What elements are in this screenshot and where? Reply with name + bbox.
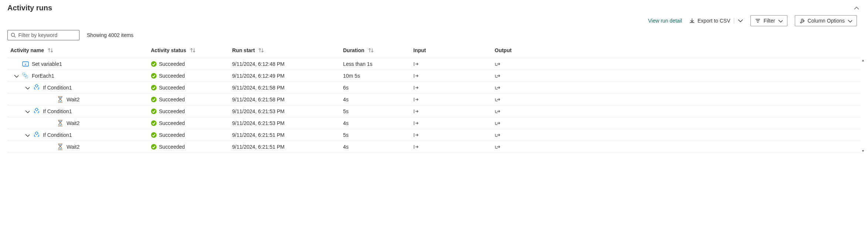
duration: 6s (343, 83, 413, 92)
status-cell: Succeeded (151, 142, 232, 151)
filter-icon (755, 18, 760, 23)
table-row[interactable]: If Condition1Succeeded9/11/2024, 6:21:51… (7, 129, 861, 141)
activity-name: ForEach1 (32, 73, 54, 79)
export-label: Export to CSV (698, 18, 730, 24)
input-icon[interactable] (413, 108, 419, 114)
table-row[interactable]: Set variable1Succeeded9/11/2024, 6:12:48… (7, 58, 861, 70)
expand-toggle[interactable] (24, 133, 30, 137)
input-icon[interactable] (413, 97, 419, 102)
activity-name: Wait2 (67, 144, 79, 150)
status-cell: Succeeded (151, 71, 232, 80)
status-label: Succeeded (159, 85, 185, 91)
chevron-down-icon (738, 18, 743, 23)
if-icon (33, 108, 40, 115)
output-icon[interactable] (495, 85, 501, 91)
filter-button[interactable]: Filter (750, 15, 787, 26)
output-icon[interactable] (495, 61, 501, 67)
status-cell: Succeeded (151, 119, 232, 128)
success-icon (151, 120, 157, 126)
output-icon[interactable] (495, 73, 501, 79)
download-icon (689, 18, 695, 23)
table-row[interactable]: If Condition1Succeeded9/11/2024, 6:21:58… (7, 82, 861, 94)
duration: 4s (343, 142, 413, 151)
collapse-panel-button[interactable] (852, 4, 861, 12)
col-output[interactable]: Output (495, 47, 576, 53)
run-start: 9/11/2024, 6:21:53 PM (232, 107, 343, 116)
search-box[interactable] (7, 30, 79, 40)
input-icon[interactable] (413, 61, 419, 67)
col-duration[interactable]: Duration (343, 47, 413, 53)
status-label: Succeeded (159, 61, 185, 67)
activity-name: Wait2 (67, 97, 79, 102)
duration: 5s (343, 131, 413, 139)
sort-icon (190, 48, 196, 53)
input-icon[interactable] (413, 73, 419, 79)
status-label: Succeeded (159, 97, 185, 102)
run-start: 9/11/2024, 6:12:48 PM (232, 60, 343, 68)
success-icon (151, 73, 157, 79)
chevron-down-icon (25, 85, 30, 90)
table-row[interactable]: ForEach1Succeeded9/11/2024, 6:12:49 PM10… (7, 70, 861, 82)
output-icon[interactable] (495, 97, 501, 102)
table-row[interactable]: Wait2Succeeded9/11/2024, 6:21:53 PM4s (7, 117, 861, 129)
foreach-icon (22, 72, 29, 79)
status-cell: Succeeded (151, 107, 232, 116)
status-label: Succeeded (159, 108, 185, 114)
column-options-label: Column Options (808, 18, 845, 24)
output-icon[interactable] (495, 108, 501, 114)
search-icon (11, 33, 16, 38)
activity-name: If Condition1 (43, 132, 72, 138)
success-icon (151, 97, 157, 102)
scrollbar[interactable]: ▴▾ (861, 58, 865, 153)
chevron-down-icon (14, 74, 18, 78)
wait-icon (57, 120, 64, 126)
col-run-start[interactable]: Run start (232, 47, 343, 53)
input-icon[interactable] (413, 120, 419, 126)
input-icon[interactable] (413, 85, 419, 91)
view-run-detail-link[interactable]: View run detail (648, 18, 682, 24)
wait-icon (57, 144, 64, 150)
output-icon[interactable] (495, 144, 501, 150)
search-input[interactable] (18, 32, 77, 38)
variable-icon (22, 61, 29, 67)
run-start: 9/11/2024, 6:21:58 PM (232, 83, 343, 92)
status-cell: Succeeded (151, 95, 232, 104)
input-icon[interactable] (413, 132, 419, 138)
divider (734, 18, 734, 24)
expand-toggle[interactable] (24, 109, 30, 114)
output-icon[interactable] (495, 132, 501, 138)
expand-toggle[interactable] (13, 74, 19, 78)
success-icon (151, 61, 157, 67)
status-cell: Succeeded (151, 131, 232, 139)
column-options-button[interactable]: Column Options (795, 15, 857, 26)
col-activity-status[interactable]: Activity status (151, 47, 232, 53)
run-start: 9/11/2024, 6:21:53 PM (232, 119, 343, 128)
duration: 10m 5s (343, 71, 413, 80)
expand-toggle[interactable] (24, 85, 30, 90)
table-header: Activity name Activity status Run start … (7, 43, 861, 58)
run-start: 9/11/2024, 6:21:51 PM (232, 142, 343, 151)
col-input[interactable]: Input (413, 47, 495, 53)
export-csv-button[interactable]: Export to CSV (689, 18, 743, 24)
item-count: Showing 4002 items (87, 32, 133, 38)
duration: 4s (343, 95, 413, 104)
input-icon[interactable] (413, 144, 419, 150)
table-row[interactable]: Wait2Succeeded9/11/2024, 6:21:51 PM4s (7, 141, 861, 153)
table-row[interactable]: If Condition1Succeeded9/11/2024, 6:21:53… (7, 105, 861, 117)
status-label: Succeeded (159, 120, 185, 126)
run-start: 9/11/2024, 6:21:51 PM (232, 131, 343, 139)
output-icon[interactable] (495, 120, 501, 126)
duration: 4s (343, 119, 413, 128)
duration: Less than 1s (343, 60, 413, 68)
wait-icon (57, 96, 64, 103)
sort-icon (368, 48, 374, 53)
status-label: Succeeded (159, 73, 185, 79)
col-activity-name[interactable]: Activity name (10, 47, 151, 53)
success-icon (151, 85, 157, 91)
duration: 5s (343, 107, 413, 116)
wrench-icon (800, 18, 805, 23)
status-label: Succeeded (159, 144, 185, 150)
chevron-down-icon (778, 18, 783, 23)
table-row[interactable]: Wait2Succeeded9/11/2024, 6:21:58 PM4s (7, 94, 861, 105)
status-cell: Succeeded (151, 83, 232, 92)
